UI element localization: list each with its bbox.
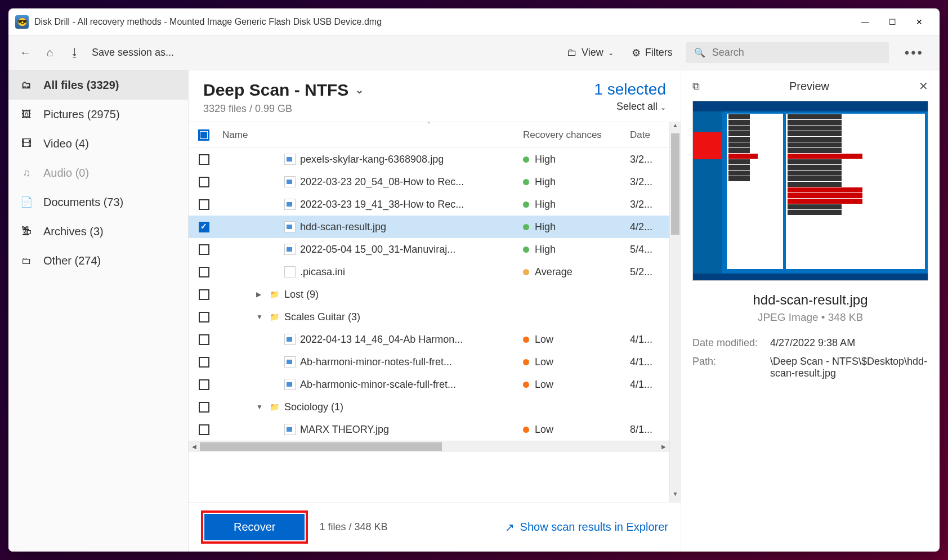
sidebar-item-audio[interactable]: ♫Audio (0) — [8, 158, 188, 187]
home-button[interactable]: ⌂ — [42, 45, 58, 61]
back-button[interactable]: ← — [17, 45, 33, 61]
row-checkbox[interactable] — [189, 334, 219, 345]
expand-caret[interactable]: ▼ — [256, 403, 264, 411]
ini-file-icon — [284, 266, 296, 277]
recovery-dot — [523, 224, 529, 230]
sidebar-item-picture[interactable]: 🖼Pictures (2975) — [8, 100, 188, 129]
preview-close-button[interactable]: ✕ — [919, 79, 928, 93]
search-input[interactable] — [712, 47, 881, 59]
show-in-explorer-link[interactable]: ↗ Show scan results in Explorer — [505, 521, 668, 534]
file-row[interactable]: pexels-skylar-kang-6368908.jpg High 3/2.… — [189, 148, 669, 171]
file-row[interactable]: Ab-harmoni-minor-notes-full-fret... Low … — [189, 351, 669, 373]
recovery-dot — [523, 359, 529, 365]
chevron-down-icon: ⌄ — [355, 84, 364, 96]
other-icon: 🗀 — [20, 254, 33, 267]
recovery-label: High — [535, 199, 556, 210]
file-name: .picasa.ini — [300, 266, 345, 278]
vertical-scrollbar[interactable]: ▲ ▼ — [669, 122, 681, 502]
sliders-icon: ⚙ — [632, 47, 641, 59]
row-checkbox[interactable] — [189, 177, 219, 187]
recovery-label: High — [535, 176, 556, 188]
stack-icon: 🗂 — [20, 78, 33, 92]
expand-caret[interactable]: ▶ — [256, 290, 264, 298]
body: 🗂All files (3329)🖼Pictures (2975)🎞Video … — [8, 70, 940, 552]
download-icon[interactable]: ⭳ — [67, 45, 83, 61]
sidebar-item-label: Other (274) — [43, 254, 101, 267]
file-date: 3/2... — [630, 176, 669, 188]
column-date[interactable]: Date — [630, 129, 669, 141]
file-table: ⌄ Name Recovery chances Date pexels-skyl… — [189, 122, 681, 502]
recovery-dot — [523, 427, 529, 433]
recovery-label: Low — [535, 334, 553, 346]
row-checkbox[interactable] — [189, 402, 219, 413]
file-name: 2022-03-23 20_54_08-How to Rec... — [300, 176, 464, 188]
sidebar: 🗂All files (3329)🖼Pictures (2975)🎞Video … — [8, 70, 189, 552]
external-link-icon: ↗ — [505, 521, 515, 534]
app-window: 😎 Disk Drill - All recovery methods - Mo… — [8, 8, 940, 552]
sidebar-item-archive[interactable]: 🗜Archives (3) — [8, 217, 188, 246]
row-checkbox[interactable] — [189, 244, 219, 255]
more-button[interactable]: ••• — [898, 45, 931, 61]
folder-row[interactable]: ▼📁Scales Guitar (3) — [189, 306, 669, 328]
selection-status: 1 files / 348 KB — [319, 521, 387, 533]
row-checkbox[interactable] — [189, 312, 219, 322]
file-row[interactable]: 2022-04-13 14_46_04-Ab Harmon... Low 4/1… — [189, 328, 669, 351]
row-checkbox[interactable] — [189, 267, 219, 277]
file-row[interactable]: 2022-03-23 19_41_38-How to Rec... High 3… — [189, 193, 669, 216]
row-checkbox[interactable] — [189, 154, 219, 165]
recovery-dot — [523, 156, 529, 163]
file-date: 5/2... — [630, 266, 669, 278]
sidebar-item-stack[interactable]: 🗂All files (3329) — [8, 70, 188, 100]
file-row[interactable]: MARX THEORY.jpg Low 8/1... — [189, 418, 669, 441]
file-row[interactable]: 2022-05-04 15_00_31-Manuviraj... High 5/… — [189, 238, 669, 261]
meta-value: \Deep Scan - NTFS\$Desktop\hdd-scan-resu… — [770, 356, 928, 379]
file-row[interactable]: .picasa.ini Average 5/2... — [189, 261, 669, 283]
row-checkbox[interactable] — [189, 222, 219, 232]
close-button[interactable]: ✕ — [906, 11, 933, 33]
file-row[interactable]: hdd-scan-result.jpg High 4/2... — [189, 216, 669, 238]
sort-indicator: ⌄ — [427, 122, 431, 127]
sidebar-item-video[interactable]: 🎞Video (4) — [8, 129, 188, 158]
folder-row[interactable]: ▼📁Sociology (1) — [189, 396, 669, 418]
file-row[interactable]: 2022-03-23 20_54_08-How to Rec... High 3… — [189, 171, 669, 193]
filters-button[interactable]: ⚙ Filters — [627, 44, 677, 61]
horizontal-scrollbar[interactable]: ◀ ▶ — [189, 441, 669, 452]
selected-count: 1 selected — [594, 80, 666, 98]
maximize-button[interactable]: ☐ — [879, 11, 906, 33]
row-checkbox[interactable] — [189, 379, 219, 390]
app-icon: 😎 — [15, 15, 29, 29]
view-dropdown[interactable]: 🗀 View ⌄ — [562, 44, 618, 61]
file-date: 3/2... — [630, 154, 669, 165]
column-recovery[interactable]: Recovery chances — [523, 129, 630, 141]
sidebar-item-label: Video (4) — [43, 137, 89, 150]
row-checkbox[interactable] — [189, 424, 219, 435]
header-checkbox[interactable] — [189, 129, 219, 141]
sidebar-item-other[interactable]: 🗀Other (274) — [8, 246, 188, 275]
sidebar-item-document[interactable]: 📄Documents (73) — [8, 187, 188, 217]
column-name[interactable]: Name — [219, 129, 523, 141]
preview-panel: ⧉ Preview ✕ hdd-scan-result.jpg JPEG Ima… — [681, 70, 940, 552]
row-checkbox[interactable] — [189, 357, 219, 368]
search-box[interactable]: 🔍 — [686, 42, 889, 63]
folder-icon: 📁 — [269, 401, 280, 413]
expand-caret[interactable]: ▼ — [256, 313, 264, 321]
picture-icon: 🖼 — [20, 107, 33, 121]
jpg-file-icon — [284, 244, 296, 255]
file-date: 8/1... — [630, 424, 669, 436]
file-name: 2022-04-13 14_46_04-Ab Harmon... — [300, 334, 463, 346]
jpg-file-icon — [284, 379, 296, 390]
folder-row[interactable]: ▶📁Lost (9) — [189, 283, 669, 306]
document-icon: 📄 — [20, 195, 33, 209]
file-row[interactable]: Ab-harmonic-minor-scale-full-fret... Low… — [189, 373, 669, 396]
preview-filename: hdd-scan-result.jpg — [692, 292, 928, 308]
scan-title[interactable]: Deep Scan - NTFS ⌄ — [203, 80, 594, 100]
recover-button[interactable]: Recover — [204, 514, 305, 540]
row-checkbox[interactable] — [189, 199, 219, 210]
minimize-button[interactable]: — — [852, 11, 879, 33]
copy-icon[interactable]: ⧉ — [692, 80, 700, 92]
meta-label: Date modified: — [692, 337, 766, 349]
row-checkbox[interactable] — [189, 289, 219, 300]
preview-filetype: JPEG Image • 348 KB — [692, 311, 928, 324]
select-all-button[interactable]: Select all ⌄ — [594, 101, 666, 113]
save-session-button[interactable]: Save session as... — [92, 47, 174, 59]
